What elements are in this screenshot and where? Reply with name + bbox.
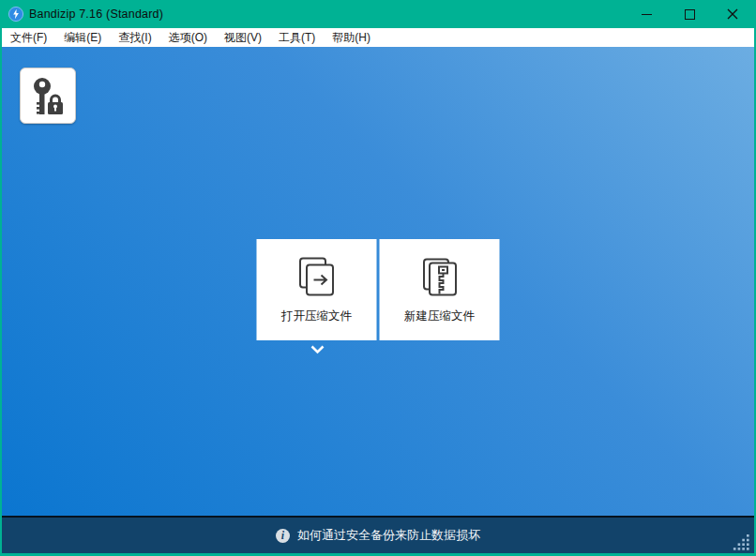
open-archive-label: 打开压缩文件 — [281, 308, 352, 340]
resize-grip-icon[interactable] — [733, 534, 750, 550]
maximize-button[interactable] — [668, 0, 711, 28]
close-icon — [727, 8, 738, 20]
maximize-icon — [685, 9, 695, 20]
menu-view[interactable]: 视图(V) — [216, 28, 270, 47]
titlebar: Bandizip 7.16 (Standard) — [2, 0, 754, 28]
new-archive-icon — [418, 239, 461, 308]
chevron-down-icon[interactable] — [310, 344, 325, 355]
open-archive-icon — [295, 239, 339, 308]
menu-tools[interactable]: 工具(T) — [270, 28, 324, 47]
bandizip-window: Bandizip 7.16 (Standard) 文件(F) 编辑(E) 查找(… — [0, 0, 756, 556]
statusbar: i 如何通过安全备份来防止数据损坏 — [2, 516, 754, 553]
bandizip-logo-icon — [8, 7, 23, 22]
menu-help[interactable]: 帮助(H) — [324, 28, 379, 47]
menu-file[interactable]: 文件(F) — [2, 28, 55, 47]
minimize-button[interactable] — [625, 0, 668, 28]
new-archive-label: 新建压缩文件 — [404, 308, 475, 340]
key-lock-icon — [29, 75, 67, 116]
start-actions: 打开压缩文件 新建压缩文件 — [257, 239, 500, 340]
menu-find[interactable]: 查找(I) — [110, 28, 159, 47]
menu-options[interactable]: 选项(O) — [160, 28, 216, 47]
status-tip-link[interactable]: 如何通过安全备份来防止数据损坏 — [297, 527, 480, 544]
minimize-icon — [642, 14, 652, 15]
menu-edit[interactable]: 编辑(E) — [55, 28, 110, 47]
menubar: 文件(F) 编辑(E) 查找(I) 选项(O) 视图(V) 工具(T) 帮助(H… — [2, 28, 754, 47]
info-icon: i — [276, 529, 290, 543]
close-button[interactable] — [711, 0, 754, 28]
window-title: Bandizip 7.16 (Standard) — [29, 8, 163, 21]
main-area: 打开压缩文件 新建压缩文件 — [2, 47, 754, 516]
new-archive-button[interactable]: 新建压缩文件 — [380, 239, 500, 340]
password-manager-button[interactable] — [20, 68, 76, 124]
open-archive-button[interactable]: 打开压缩文件 — [257, 239, 377, 340]
